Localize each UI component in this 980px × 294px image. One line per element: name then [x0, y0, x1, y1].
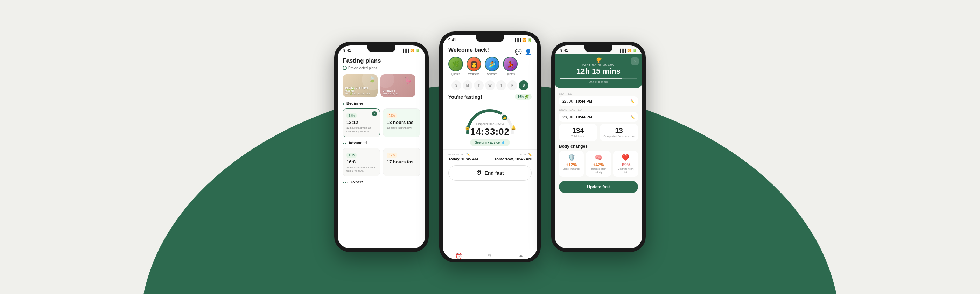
fs-goal-header: GOAL ✏️ [494, 153, 531, 156]
fp-featured-card-1[interactable]: 🌱 🍃 24 days of simple fasting THY 12:13,… [343, 74, 378, 97]
status-time-left: 9:41 [344, 48, 351, 52]
fp-advanced-plan-2[interactable]: 17h 17 hours fas [383, 148, 420, 177]
fs-fast-start-value: Today, 10:45 AM [449, 157, 478, 161]
fp-beginner-plan-2[interactable]: 13h 13 hours fas 13 hours fast window. [383, 108, 420, 137]
fs-info-row: FAST START ✏️ Today, 10:45 AM GOAL ✏️ To… [443, 149, 537, 164]
nav-explore[interactable]: ✦ Explore [515, 253, 527, 259]
nav-food[interactable]: 🍴 Food [486, 253, 493, 259]
brain-pct: +42% [589, 162, 608, 167]
beginner-desc-1: 12 hours fast with 12 hour eating window… [347, 126, 376, 133]
fasting-active-screen: Welcome back! 💬 👤 🌿 Quotes 👩 [443, 43, 537, 259]
fp-featured-cards: 🌱 🍃 24 days of simple fasting THY 12:13,… [338, 72, 425, 99]
day-w[interactable]: W [485, 81, 495, 90]
ss-started-label: STARTED [559, 92, 638, 95]
phone-right-screen: 9:41 ▐▐▐ 🛜 🔋 ✕ 🏆 FASTING SUMMARY 12h 15 … [555, 46, 642, 248]
fs-timer-section: 👍 🔔 🔒 Elapsed time (65%) 14:33:02 See [443, 101, 537, 149]
fs-timer-display: 14:33:02 [470, 126, 510, 137]
story-label-1: Quotes [451, 72, 460, 76]
advanced-time-1: 16:8 [347, 159, 376, 165]
day-s1[interactable]: S [452, 81, 461, 90]
day-m[interactable]: M [463, 81, 473, 90]
drink-advice-button[interactable]: See drink advice 💧 [470, 139, 510, 146]
ss-goal-label: GOAL REACHED [559, 108, 638, 111]
fs-hours-badge: 16h 🌿 [515, 94, 531, 100]
edit-icon-goal[interactable]: ✏️ [528, 153, 531, 156]
fasting-nav-icon: ⏰ [455, 253, 462, 259]
adot1 [343, 143, 344, 144]
fp-card-2-title: 24 days o [383, 89, 414, 92]
fp-advanced-cards: 16h 16:8 16 hours fast with 8 hour eatin… [338, 146, 425, 178]
edot3 [347, 182, 348, 183]
fs-story-4[interactable]: 💃 Quotes [503, 57, 518, 76]
fp-card-2-label: 24 days o THY 12:13, 14 [383, 89, 414, 95]
edit-icon-start[interactable]: ✏️ [466, 153, 470, 156]
update-fast-button[interactable]: Update fast [559, 181, 638, 193]
fs-stories: 🌿 Quotes 👩 Wellness 🏄 Selfcare 💃 [449, 57, 531, 76]
status-time-right: 9:41 [560, 48, 568, 52]
fs-elapsed-label: Elapsed time (65%) [470, 122, 510, 126]
center-battery-icon: 🔋 [527, 38, 531, 42]
profile-icon[interactable]: 👤 [525, 49, 531, 55]
ss-progress-bar-container [560, 78, 637, 79]
nav-fasting[interactable]: ⏰ Fasting [453, 253, 464, 259]
advanced-dots [343, 143, 346, 144]
fp-beginner-plan-1[interactable]: 12h 12:12 12 hours fast with 12 hour eat… [343, 108, 380, 137]
heart-icon: ❤️ [616, 154, 635, 161]
beginner-badge-2: 13h [387, 113, 397, 118]
immunity-desc: Boost immunity [562, 167, 581, 170]
fs-fasting-title: You're fasting! [449, 94, 482, 100]
wifi-icon: 🛜 [410, 49, 414, 52]
dot1 [343, 103, 344, 105]
story-avatar-4: 💃 [503, 57, 518, 72]
svg-text:👍: 👍 [503, 116, 507, 120]
fs-story-3[interactable]: 🏄 Selfcare [485, 57, 500, 76]
fs-header: Welcome back! 💬 👤 🌿 Quotes 👩 [443, 43, 537, 78]
day-t1[interactable]: T [474, 81, 484, 90]
day-t2[interactable]: T [496, 81, 506, 90]
fs-goal: GOAL ✏️ Tomorrow, 10:45 AM [494, 153, 531, 161]
ss-trophy-icon: 🏆 [560, 57, 637, 63]
fp-advanced-plan-1[interactable]: 16h 16:8 16 hours fast with 8 hour eatin… [343, 148, 380, 177]
fs-goal-value: Tomorrow, 10:45 AM [494, 157, 531, 161]
fs-navbar: ⏰ Fasting 🍴 Food ✦ Explore [443, 250, 537, 259]
right-signal-icon: ▐▐▐ [619, 49, 626, 52]
signal-icon: ▐▐▐ [402, 49, 409, 52]
advanced-badge-2: 17h [387, 153, 397, 158]
chat-icon[interactable]: 💬 [515, 49, 522, 55]
ss-stat-total-hours: 134 Total hours [559, 124, 597, 141]
fs-story-2[interactable]: 👩 Wellness [466, 57, 481, 76]
food-nav-icon: 🍴 [487, 253, 493, 259]
svg-text:🔔: 🔔 [511, 125, 516, 130]
ss-started-edit-icon[interactable]: ✏️ [630, 99, 635, 103]
notch-right [584, 46, 612, 52]
fp-featured-card-2[interactable]: 🦩 24 days o THY 12:13, 14 [380, 74, 415, 97]
fp-beginner-cards: 12h 12:12 12 hours fast with 12 hour eat… [338, 107, 425, 138]
ss-edit-button[interactable]: ✕ [631, 57, 639, 65]
day-f[interactable]: F [508, 81, 517, 90]
fs-days-row: S M T W T F S [443, 78, 537, 92]
story-label-3: Selfcare [487, 72, 497, 76]
advanced-time-2: 17 hours fas [387, 159, 417, 165]
right-battery-icon: 🔋 [632, 49, 636, 52]
status-icons-left: ▐▐▐ 🛜 🔋 [402, 49, 420, 52]
ss-progress-bar [560, 78, 622, 79]
ss-total-hours-num: 134 [562, 127, 594, 135]
fs-story-1[interactable]: 🌿 Quotes [449, 57, 463, 76]
fp-header: Fasting plans Pre-selected plans [338, 54, 425, 72]
fp-beginner-title: Beginner [338, 99, 425, 107]
center-signal-icon: ▐▐▐ [514, 38, 521, 42]
ss-content: STARTED 27, Jul 10:44 PM ✏️ GOAL REACHED… [555, 88, 642, 195]
day-s2-active[interactable]: S [519, 81, 528, 90]
right-wifi-icon: 🛜 [627, 49, 632, 52]
ss-goal-edit-icon[interactable]: ✏️ [630, 115, 635, 119]
story-label-2: Wellness [468, 72, 479, 76]
ss-progress-label: 80% of planned [560, 80, 637, 83]
beginner-dots [343, 103, 344, 105]
beginner-time-2: 13 hours fas [387, 120, 417, 125]
brain-icon: 🧠 [589, 154, 608, 161]
ss-completed-fasts-label: Completed fasts in a row [603, 135, 635, 138]
fs-fasting-label-row: You're fasting! 16h 🌿 [443, 92, 537, 101]
phone-left-screen: 9:41 ▐▐▐ 🛜 🔋 Fasting plans Pre-selected … [338, 46, 425, 248]
heart-pct: -89% [616, 162, 635, 167]
end-fast-button[interactable]: ⏱ End fast [449, 165, 531, 181]
